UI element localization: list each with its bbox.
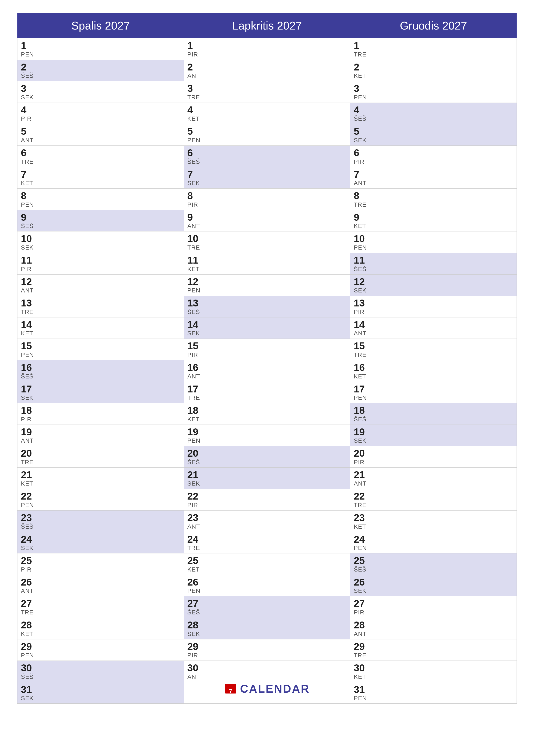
day-number: 4 [21,104,180,116]
day-name: TRE [187,394,347,401]
day-name: PIR [21,115,180,122]
day-number: 25 [21,555,180,566]
day-cell: 17TRE [184,382,350,403]
day-number: 19 [21,426,180,438]
day-number: 28 [187,620,347,631]
day-name: PIR [354,309,513,315]
day-name: PEN [21,502,180,509]
day-number: 14 [354,319,513,330]
day-number: 17 [354,384,513,394]
month-header-2: Lapkritis 2027 [184,13,350,39]
day-number: 5 [187,126,347,137]
day-name: SEK [354,587,513,594]
day-name: KET [21,480,180,487]
day-cell: 8PEN [17,189,184,210]
day-number: 28 [354,620,513,631]
day-name: PIR [21,566,180,573]
day-cell: 3SEK [17,81,184,103]
day-cell: 22TRE [350,489,517,510]
day-cell: 7SEK [184,167,350,189]
day-number: 13 [354,298,513,309]
day-number: 28 [21,620,180,631]
day-number: 23 [187,512,347,523]
day-number: 6 [21,148,180,158]
day-name: TRE [21,609,180,616]
day-name: ŠEŠ [21,523,180,530]
day-name: ANT [354,330,513,337]
day-number: 8 [21,190,180,201]
day-cell: 1PIR [184,39,350,60]
day-name: PEN [187,137,347,144]
day-name: PEN [354,394,513,401]
day-name: PIR [354,459,513,466]
day-number: 19 [354,426,513,438]
calendar-logo-icon: 7 [224,682,237,695]
day-number: 9 [354,212,513,223]
day-number: 10 [354,233,513,244]
day-number: 16 [21,362,180,373]
day-name: KET [354,673,513,680]
day-number: 23 [21,512,180,523]
day-name: TRE [187,244,347,251]
day-cell: 14SEK [184,317,350,339]
day-number: 9 [187,212,347,223]
day-cell: 19ANT [17,425,184,446]
day-cell: 18ŠEŠ [350,403,517,424]
day-cell: 1PEN [17,39,184,60]
day-cell: 27PIR [350,596,517,618]
day-name: SEK [187,180,347,187]
day-name: PIR [187,652,347,659]
day-number: 6 [187,148,347,158]
day-number: 1 [187,40,347,51]
day-cell: 5ANT [17,124,184,146]
day-name: ANT [187,523,347,530]
day-number: 16 [187,362,347,373]
day-name: PIR [187,201,347,208]
day-name: PIR [21,416,180,423]
day-cell: 6PIR [350,146,517,167]
day-cell: 27ŠEŠ [184,596,350,618]
svg-text:7: 7 [229,688,232,694]
day-number: 27 [354,598,513,609]
day-name: KET [187,566,347,573]
day-number: 3 [187,83,347,94]
day-number: 12 [354,276,513,287]
day-cell: 26SEK [350,575,517,596]
day-name: PEN [187,437,347,444]
day-cell: 18KET [184,403,350,424]
day-name: SEK [21,244,180,251]
day-number: 18 [354,405,513,416]
day-cell: 19SEK [350,425,517,446]
day-name: TRE [354,51,513,58]
day-number: 3 [21,83,180,94]
day-cell: 13TRE [17,296,184,317]
day-cell: 15PEN [17,339,184,360]
day-name: ANT [187,673,347,680]
day-name: PEN [354,244,513,251]
day-number: 2 [354,62,513,73]
day-number: 15 [187,340,347,351]
day-number: 29 [354,641,513,652]
day-name: TRE [187,94,347,101]
day-name: PEN [354,545,513,552]
day-cell: 3TRE [184,81,350,103]
day-cell: 21KET [17,468,184,489]
day-cell: 2KET [350,60,517,81]
day-number: 3 [354,83,513,94]
day-name: TRE [21,459,180,466]
day-name: ŠEŠ [187,158,347,165]
day-name: PEN [21,51,180,58]
day-name: KET [354,223,513,230]
day-number: 4 [354,104,513,116]
day-number: 7 [354,169,513,180]
day-cell: 12SEK [350,275,517,296]
day-cell: 4ŠEŠ [350,103,517,124]
day-name: TRE [187,545,347,552]
day-number: 24 [354,534,513,545]
day-cell: 10PEN [350,231,517,253]
month-header-3: Gruodis 2027 [350,13,517,39]
day-name: PEN [187,587,347,594]
day-name: KET [354,523,513,530]
day-cell: 4KET [184,103,350,124]
day-cell: 29PIR [184,639,350,661]
